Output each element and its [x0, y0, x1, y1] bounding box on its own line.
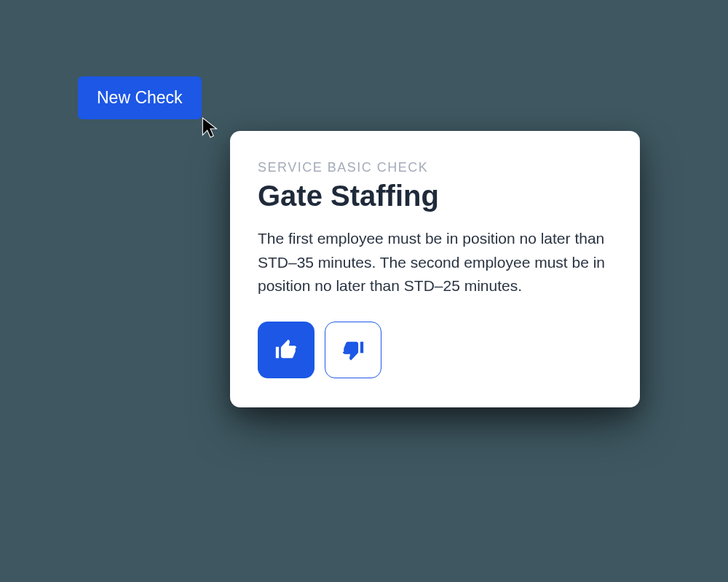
new-check-button[interactable]: New Check: [78, 76, 202, 119]
card-actions: [258, 322, 612, 378]
check-card: SERVICE BASIC CHECK Gate Staffing The fi…: [230, 131, 640, 407]
cursor-icon: [201, 116, 220, 140]
card-description: The first employee must be in position n…: [258, 227, 612, 298]
thumbs-up-button[interactable]: [258, 322, 314, 378]
thumbs-up-icon: [274, 338, 298, 362]
card-title: Gate Staffing: [258, 180, 612, 212]
thumbs-down-button[interactable]: [325, 322, 381, 378]
card-category: SERVICE BASIC CHECK: [258, 160, 612, 175]
thumbs-down-icon: [341, 338, 365, 362]
